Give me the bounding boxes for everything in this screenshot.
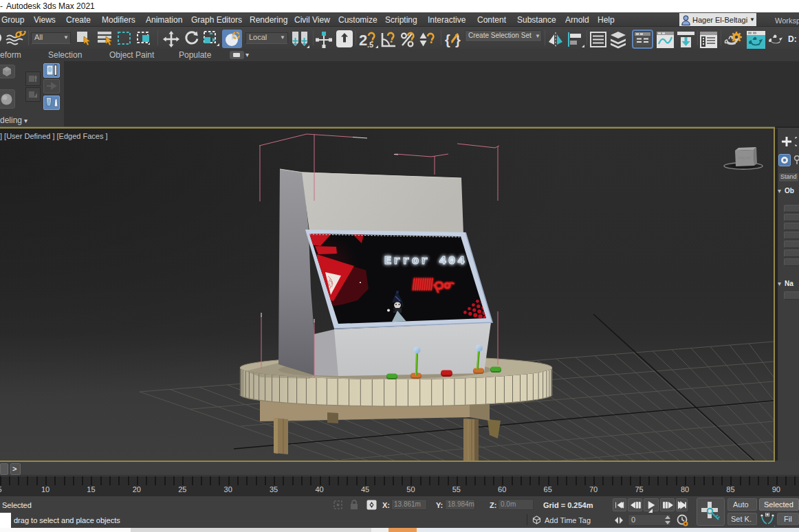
- svg-text:Error 404: Error 404: [384, 254, 467, 267]
- svg-text:{: {: [445, 32, 450, 47]
- svg-text:2: 2: [359, 32, 367, 48]
- svg-text:FRONT: FRONT: [738, 156, 752, 160]
